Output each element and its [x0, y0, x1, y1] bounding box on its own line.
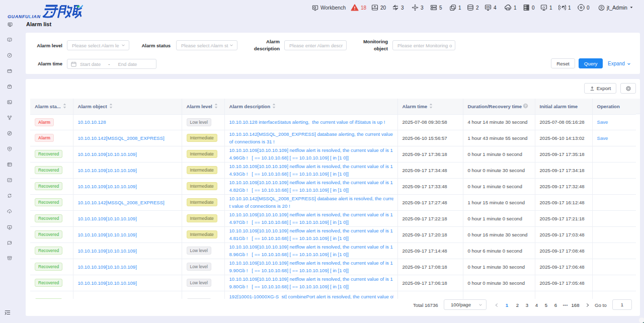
- svg-text:OS: OS: [486, 6, 490, 9]
- svg-text:?: ?: [524, 104, 527, 108]
